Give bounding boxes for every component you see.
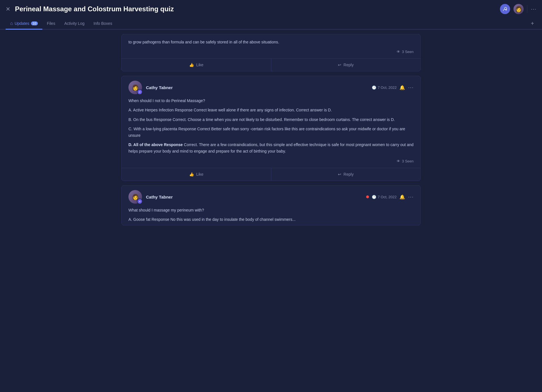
top-bar-actions: 👩 ⋯ <box>500 4 536 14</box>
post-2-avatar-wrap: 👩 ✦ <box>128 190 142 204</box>
add-tab-button[interactable]: + <box>528 18 536 29</box>
add-member-button[interactable] <box>500 4 510 14</box>
post-2-para-0: What should I massage my perineum with? <box>128 207 414 213</box>
updates-count: 10 <box>31 21 38 25</box>
post-1-reply-label: Reply <box>344 172 354 177</box>
post-1-bold-prefix: D. All of the above Response <box>128 142 183 147</box>
notification-dot <box>366 195 369 198</box>
avatar-badge: ✦ <box>137 89 143 95</box>
post-1-date: 🕐 7 Oct, 2022 <box>372 85 397 90</box>
top-bar: ✕ Perineal Massage and Colostrum Harvest… <box>0 0 542 18</box>
post-1-author: Cathy Tabner <box>146 85 173 90</box>
post-2-more-icon[interactable]: ⋯ <box>408 193 414 200</box>
post-2-bell-icon[interactable]: 🔔 <box>399 194 405 200</box>
tab-activity[interactable]: Activity Log <box>60 18 89 29</box>
tab-activity-label: Activity Log <box>64 21 85 26</box>
seen-icon: 👁 <box>397 50 400 54</box>
post-card-2: 👩 ✦ Cathy Tabner 🕐 7 Oct, 2022 🔔 ⋯ What … <box>121 185 421 225</box>
tab-infoboxes-label: Info Boxes <box>93 21 112 26</box>
close-button[interactable]: ✕ <box>6 6 10 12</box>
partial-seen-count: 3 Seen <box>402 50 414 54</box>
post-1-author-name: Cathy Tabner <box>146 85 173 90</box>
post-1-para-0: When should I not to do Perineal Massage… <box>128 98 414 104</box>
partial-action-row: 👍 Like ↩ Reply <box>122 58 420 71</box>
post-1-like-icon: 👍 <box>189 172 194 177</box>
tab-updates[interactable]: ⌂ Updates 10 <box>6 18 42 30</box>
post-1-action-row: 👍 Like ↩ Reply <box>122 168 420 180</box>
avatar-badge-2: ✦ <box>137 199 143 204</box>
post-2-date: 🕐 7 Oct, 2022 <box>372 195 397 199</box>
nav-tabs: ⌂ Updates 10 Files Activity Log Info Box… <box>0 18 542 30</box>
partial-reply-button[interactable]: ↩ Reply <box>271 59 421 71</box>
partial-post-text: to grow pathogens than formula and can b… <box>122 34 420 47</box>
post-1-date-text: 7 Oct, 2022 <box>378 85 397 90</box>
post-2-author-name: Cathy Tabner <box>146 195 173 199</box>
user-avatar[interactable]: 👩 <box>513 4 524 14</box>
content-area: to grow pathogens than formula and can b… <box>116 30 426 225</box>
post-1-bell-icon[interactable]: 🔔 <box>399 85 405 90</box>
like-icon: 👍 <box>189 63 194 67</box>
partial-like-label: Like <box>196 63 204 67</box>
post-2-para-1: A. Goose fat Response No this was used i… <box>128 216 414 223</box>
tab-updates-label: Updates <box>15 21 29 26</box>
partial-post-card: to grow pathogens than formula and can b… <box>121 34 421 71</box>
post-1-like-label: Like <box>196 172 204 177</box>
post-2-body: What should I massage my perineum with? … <box>122 207 420 225</box>
clock-icon: 🕐 <box>372 85 376 90</box>
page-title: Perineal Massage and Colostrum Harvestin… <box>15 5 500 13</box>
post-1-para-1: A. Active Herpes Infection Response Corr… <box>128 107 414 113</box>
post-2-header: 👩 ✦ Cathy Tabner 🕐 7 Oct, 2022 🔔 ⋯ <box>122 186 420 207</box>
partial-like-button[interactable]: 👍 Like <box>122 59 271 71</box>
post-2-meta: 🕐 7 Oct, 2022 🔔 ⋯ <box>366 193 414 200</box>
post-2-date-text: 7 Oct, 2022 <box>378 195 397 199</box>
post-1-para-2: B. On the bus Response Correct. Choose a… <box>128 116 414 123</box>
post-1-para-4: D. All of the above Response Correct. Th… <box>128 142 414 155</box>
post-1-seen-row: 👁 3 Seen <box>122 157 420 168</box>
post-2-clock-icon: 🕐 <box>372 195 376 199</box>
post-1-avatar-wrap: 👩 ✦ <box>128 81 142 94</box>
partial-seen-row: 👁 3 Seen <box>122 47 420 58</box>
post-1-header: 👩 ✦ Cathy Tabner 🕐 7 Oct, 2022 🔔 ⋯ <box>122 76 420 98</box>
post-1-para-3: C. With a low-lying placenta Response Co… <box>128 126 414 139</box>
post-1-like-button[interactable]: 👍 Like <box>122 168 271 180</box>
post-1-more-icon[interactable]: ⋯ <box>408 84 414 91</box>
post-1-body: When should I not to do Perineal Massage… <box>122 98 420 157</box>
post-card-1: 👩 ✦ Cathy Tabner 🕐 7 Oct, 2022 🔔 ⋯ When … <box>121 76 421 181</box>
post-2-author: Cathy Tabner <box>146 195 173 199</box>
tab-files-label: Files <box>47 21 55 26</box>
tab-infoboxes[interactable]: Info Boxes <box>89 18 117 29</box>
post-1-seen-icon: 👁 <box>397 159 400 163</box>
more-options-icon[interactable]: ⋯ <box>531 6 536 12</box>
partial-reply-label: Reply <box>344 63 354 67</box>
post-1-meta: 🕐 7 Oct, 2022 🔔 ⋯ <box>372 84 414 91</box>
home-icon: ⌂ <box>10 21 13 26</box>
post-1-reply-icon: ↩ <box>338 172 341 177</box>
post-1-reply-button[interactable]: ↩ Reply <box>271 168 421 180</box>
reply-icon: ↩ <box>338 63 341 67</box>
post-1-seen-count: 3 Seen <box>402 159 414 163</box>
tab-files[interactable]: Files <box>42 18 60 29</box>
divider <box>527 5 527 13</box>
